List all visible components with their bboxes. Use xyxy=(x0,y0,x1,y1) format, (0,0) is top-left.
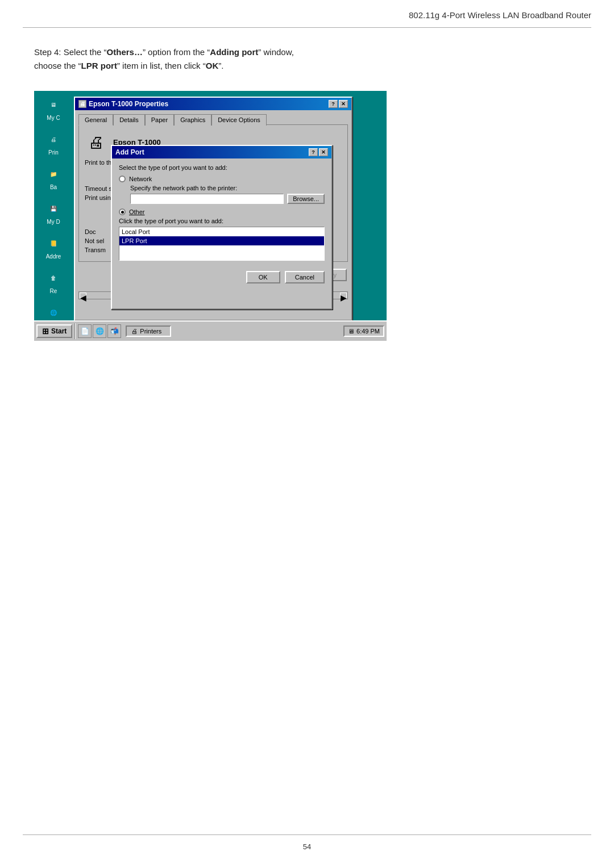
instruction-line2: choose the “LPR port” item in list, then… xyxy=(34,61,223,70)
add-port-titlebar: Add Port ? ✕ xyxy=(112,146,331,158)
scroll-left-btn[interactable]: ◀ xyxy=(80,293,86,298)
printers-task-label: Printers xyxy=(140,328,161,335)
network-radio-row[interactable]: Network xyxy=(119,176,325,182)
network-path-label: Specify the network path to the printer: xyxy=(130,185,325,191)
printer-icon: 🖨 xyxy=(44,130,63,148)
mydocs-icon: 💾 xyxy=(44,199,63,218)
clock-time: 6:49 PM xyxy=(356,328,380,335)
mycomputer-icon: 🖥 xyxy=(44,95,63,114)
printer-large-icon: 🖨 xyxy=(85,131,107,153)
titlebar-buttons: ? ✕ xyxy=(329,100,348,108)
other-radio[interactable] xyxy=(119,208,126,215)
other-instruction: Click the type of port you want to add: xyxy=(119,218,325,224)
desktop-icon-recycle[interactable]: 🗑 Re xyxy=(39,269,68,294)
desktop-icon-address[interactable]: 📒 Addre xyxy=(39,234,68,260)
instruction-line1: Step 4: Select the “Others…” option from… xyxy=(34,47,294,57)
internet-icon: 🌐 xyxy=(44,303,63,322)
titlebar-left: 🖨 Epson T-1000 Properties xyxy=(78,100,168,108)
instruction-text: Step 4: Select the “Others…” option from… xyxy=(34,45,580,73)
page-title: 802.11g 4-Port Wireless LAN Broadband Ro… xyxy=(409,10,591,20)
desktop-icon-back[interactable]: 📁 Ba xyxy=(39,165,68,190)
desktop-icons-list: 🖥 My C 🖨 Prin 📁 Ba 💾 My D 📒 Addre 🗑 Re 🌐… xyxy=(39,95,68,341)
back-icon: 📁 xyxy=(44,165,63,183)
taskbar-quick-launch: 📄 🌐 📬 xyxy=(78,324,121,338)
port-list-box[interactable]: Local Port LPR Port xyxy=(119,227,325,261)
taskbar-printers-task[interactable]: 🖨 Printers xyxy=(126,326,171,337)
port-item-lpr[interactable]: LPR Port xyxy=(119,236,324,245)
add-port-instruction: Select the type of port you want to add: xyxy=(119,164,325,171)
tab-general[interactable]: General xyxy=(78,114,113,126)
add-port-ok-button[interactable]: OK xyxy=(246,271,280,283)
other-radio-row[interactable]: Other xyxy=(119,208,325,215)
network-status-icon: 🖥 xyxy=(348,328,354,335)
start-button[interactable]: ⊞ Start xyxy=(36,324,72,338)
windows-logo-icon: ⊞ xyxy=(42,327,49,336)
header-divider xyxy=(23,27,591,28)
desktop-icon-printer[interactable]: 🖨 Prin xyxy=(39,130,68,156)
tab-graphics[interactable]: Graphics xyxy=(174,114,211,126)
network-path-row: Browse... xyxy=(130,194,325,204)
desktop-icon-mycomputer[interactable]: 🖥 My C xyxy=(39,95,68,121)
scroll-right-btn[interactable]: ▶ xyxy=(340,293,347,298)
add-port-titlebar-buttons: ? ✕ xyxy=(309,148,328,156)
tab-device-options[interactable]: Device Options xyxy=(211,114,267,126)
close-button[interactable]: ✕ xyxy=(339,100,348,108)
printers-task-icon: 🖨 xyxy=(131,328,138,335)
footer-divider xyxy=(23,834,591,835)
taskbar-icon-2[interactable]: 🌐 xyxy=(93,324,106,338)
network-path-input[interactable] xyxy=(130,194,284,204)
add-port-title: Add Port xyxy=(115,148,144,156)
page-number: 54 xyxy=(0,842,614,851)
tab-details[interactable]: Details xyxy=(113,114,145,126)
properties-tabs: General Details Paper Graphics Device Op… xyxy=(78,114,348,125)
network-radio[interactable] xyxy=(119,176,126,182)
taskbar-icon-3[interactable]: 📬 xyxy=(107,324,121,338)
browse-button[interactable]: Browse... xyxy=(287,194,325,204)
add-port-content: Select the type of port you want to add:… xyxy=(112,158,331,266)
add-port-cancel-button[interactable]: Cancel xyxy=(285,271,325,283)
help-button[interactable]: ? xyxy=(329,100,338,108)
tab-paper[interactable]: Paper xyxy=(145,114,174,126)
properties-titlebar: 🖨 Epson T-1000 Properties ? ✕ xyxy=(75,98,351,110)
recycle-icon: 🗑 xyxy=(44,269,63,287)
address-icon: 📒 xyxy=(44,234,63,252)
taskbar-divider xyxy=(74,323,76,339)
add-port-window: Add Port ? ✕ Select the type of port you… xyxy=(111,145,333,310)
desktop: 🖥 My C 🖨 Prin 📁 Ba 💾 My D 📒 Addre 🗑 Re 🌐… xyxy=(34,91,387,341)
add-port-titlebar-left: Add Port xyxy=(115,148,144,156)
network-label: Network xyxy=(129,176,152,182)
desktop-icon-mydocs[interactable]: 💾 My D xyxy=(39,199,68,225)
properties-title: Epson T-1000 Properties xyxy=(89,100,168,108)
start-label: Start xyxy=(51,327,67,335)
add-port-close-button[interactable]: ✕ xyxy=(319,148,328,156)
add-port-buttons: OK Cancel xyxy=(112,266,331,287)
add-port-help-button[interactable]: ? xyxy=(309,148,318,156)
other-label: Other xyxy=(129,208,145,215)
titlebar-printer-icon: 🖨 xyxy=(78,100,86,108)
taskbar-clock: 🖥 6:49 PM xyxy=(343,326,384,337)
taskbar-icon-1[interactable]: 📄 xyxy=(78,324,92,338)
taskbar: ⊞ Start 📄 🌐 📬 🖨 Printers 🖥 6:49 PM xyxy=(34,320,387,341)
port-item-local[interactable]: Local Port xyxy=(119,227,324,236)
